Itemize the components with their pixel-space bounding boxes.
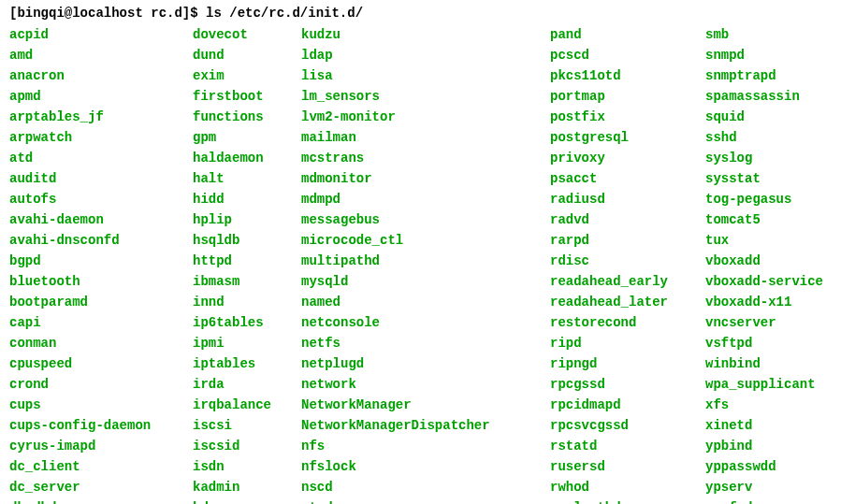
file-entry: arpwatch	[9, 127, 178, 148]
file-entry: kudzu	[301, 24, 535, 45]
file-entry: pand	[550, 24, 690, 45]
file-entry: readahead_later	[550, 292, 690, 312]
file-entry: dhcdbd	[9, 497, 178, 504]
file-entry: nfslock	[301, 456, 535, 477]
file-entry: vboxadd-x11	[705, 292, 846, 312]
file-entry: rstatd	[550, 436, 690, 456]
file-entry: ypxfrd	[705, 497, 846, 504]
file-entry: nfs	[301, 436, 535, 456]
file-entry: innd	[193, 292, 286, 312]
file-entry: dund	[193, 45, 286, 65]
file-entry: radvd	[550, 209, 690, 230]
file-entry: ripngd	[550, 353, 690, 374]
file-entry: saslauthd	[550, 497, 690, 504]
file-entry: kadmin	[193, 477, 286, 497]
file-entry: postgresql	[550, 127, 690, 148]
file-entry: netconsole	[301, 312, 535, 333]
file-entry: conman	[9, 333, 178, 353]
file-entry: atd	[9, 148, 178, 168]
file-entry: sysstat	[705, 168, 846, 189]
file-entry: lisa	[301, 65, 535, 86]
file-entry: kdump	[193, 497, 286, 504]
directory-listing: acpidamdanacronapmdarptables_jfarpwatcha…	[9, 24, 846, 504]
file-entry: autofs	[9, 189, 178, 209]
file-entry: httpd	[193, 251, 286, 271]
file-entry: irqbalance	[193, 395, 286, 415]
file-entry: cyrus-imapd	[9, 436, 178, 456]
file-entry: isdn	[193, 456, 286, 477]
file-entry: readahead_early	[550, 271, 690, 292]
file-entry: radiusd	[550, 189, 690, 209]
file-entry: ypbind	[705, 436, 846, 456]
file-entry: rpcsvcgssd	[550, 415, 690, 436]
file-entry: rarpd	[550, 230, 690, 251]
file-entry: lvm2-monitor	[301, 107, 535, 127]
file-entry: named	[301, 292, 535, 312]
file-entry: rpcgssd	[550, 374, 690, 395]
listing-column-4: pandpcscdpkcs11otdportmappostfixpostgres…	[550, 24, 690, 504]
file-entry: cups-config-daemon	[9, 415, 178, 436]
file-entry: ypserv	[705, 477, 846, 497]
file-entry: network	[301, 374, 535, 395]
file-entry: bgpd	[9, 251, 178, 271]
listing-column-5: smbsnmpdsnmptrapdspamassassinsquidsshdsy…	[705, 24, 846, 504]
listing-column-3: kudzuldaplisalm_sensorslvm2-monitormailm…	[301, 24, 535, 504]
file-entry: yppasswdd	[705, 456, 846, 477]
file-entry: microcode_ctl	[301, 230, 535, 251]
file-entry: snmptrapd	[705, 65, 846, 86]
file-entry: restorecond	[550, 312, 690, 333]
file-entry: syslog	[705, 148, 846, 168]
file-entry: ipmi	[193, 333, 286, 353]
file-entry: winbind	[705, 353, 846, 374]
file-entry: ntpd	[301, 497, 535, 504]
file-entry: capi	[9, 312, 178, 333]
file-entry: nscd	[301, 477, 535, 497]
file-entry: avahi-dnsconfd	[9, 230, 178, 251]
file-entry: vsftpd	[705, 333, 846, 353]
file-entry: mdmpd	[301, 189, 535, 209]
file-entry: auditd	[9, 168, 178, 189]
file-entry: ldap	[301, 45, 535, 65]
file-entry: lm_sensors	[301, 86, 535, 107]
file-entry: xfs	[705, 395, 846, 415]
file-entry: cpuspeed	[9, 353, 178, 374]
file-entry: apmd	[9, 86, 178, 107]
file-entry: mdmonitor	[301, 168, 535, 189]
file-entry: halt	[193, 168, 286, 189]
file-entry: pcscd	[550, 45, 690, 65]
file-entry: tux	[705, 230, 846, 251]
file-entry: rpcidmapd	[550, 395, 690, 415]
file-entry: gpm	[193, 127, 286, 148]
file-entry: crond	[9, 374, 178, 395]
file-entry: cups	[9, 395, 178, 415]
file-entry: psacct	[550, 168, 690, 189]
file-entry: rusersd	[550, 456, 690, 477]
listing-column-1: acpidamdanacronapmdarptables_jfarpwatcha…	[9, 24, 178, 504]
file-entry: dc_server	[9, 477, 178, 497]
file-entry: firstboot	[193, 86, 286, 107]
listing-column-2: dovecotdundeximfirstbootfunctionsgpmhald…	[193, 24, 286, 504]
file-entry: netfs	[301, 333, 535, 353]
file-entry: anacron	[9, 65, 178, 86]
file-entry: bluetooth	[9, 271, 178, 292]
file-entry: functions	[193, 107, 286, 127]
file-entry: mysqld	[301, 271, 535, 292]
file-entry: dc_client	[9, 456, 178, 477]
file-entry: NetworkManagerDispatcher	[301, 415, 535, 436]
shell-prompt: [bingqi@localhost rc.d]$ ls /etc/rc.d/in…	[9, 6, 846, 21]
file-entry: privoxy	[550, 148, 690, 168]
file-entry: snmpd	[705, 45, 846, 65]
file-entry: bootparamd	[9, 292, 178, 312]
file-entry: portmap	[550, 86, 690, 107]
file-entry: netplugd	[301, 353, 535, 374]
file-entry: iscsi	[193, 415, 286, 436]
file-entry: wpa_supplicant	[705, 374, 846, 395]
file-entry: vboxadd-service	[705, 271, 846, 292]
file-entry: ip6tables	[193, 312, 286, 333]
file-entry: NetworkManager	[301, 395, 535, 415]
file-entry: ripd	[550, 333, 690, 353]
file-entry: spamassassin	[705, 86, 846, 107]
file-entry: messagebus	[301, 209, 535, 230]
file-entry: avahi-daemon	[9, 209, 178, 230]
file-entry: vboxadd	[705, 251, 846, 271]
